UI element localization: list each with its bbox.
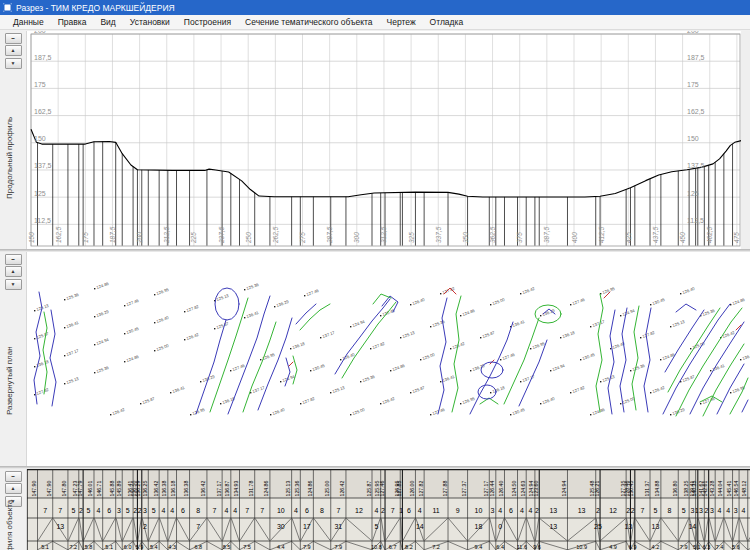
- svg-text:14: 14: [416, 523, 424, 530]
- svg-text:125: 125: [34, 190, 46, 197]
- svg-text:7.9: 7.9: [680, 544, 688, 550]
- svg-text:8: 8: [320, 507, 324, 514]
- svg-text:6.3: 6.3: [703, 544, 711, 550]
- svg-text:212,5: 212,5: [163, 226, 170, 244]
- svg-text:25: 25: [594, 523, 602, 530]
- svg-text:134.88: 134.88: [654, 481, 660, 497]
- svg-text:337,5: 337,5: [435, 226, 442, 243]
- svg-text:6.8: 6.8: [194, 544, 202, 550]
- svg-text:4: 4: [96, 507, 100, 514]
- svg-text:4.9: 4.9: [609, 544, 617, 550]
- svg-text:2: 2: [381, 507, 385, 514]
- svg-text:136.80: 136.80: [672, 481, 678, 497]
- svg-text:8.5: 8.5: [223, 544, 231, 550]
- svg-text:5.1: 5.1: [105, 544, 113, 550]
- grid-table-canvas[interactable]: 147.90147.90147.80147.23147.79146.01146.…: [27, 469, 750, 550]
- menu-item-7[interactable]: Отладка: [423, 16, 471, 28]
- svg-text:136.25: 136.25: [142, 481, 148, 497]
- svg-text:14: 14: [688, 523, 696, 530]
- svg-text:175: 175: [34, 81, 46, 88]
- menubar: ДанныеПравкаВидУстановкиПостроенияСечени…: [0, 15, 750, 30]
- svg-text:137,5: 137,5: [34, 162, 52, 169]
- menu-item-1[interactable]: Правка: [51, 16, 94, 28]
- scroll-up-button[interactable]: ▲: [5, 266, 22, 277]
- menu-item-5[interactable]: Сечение тематического объекта: [238, 16, 379, 28]
- profile-panel-label: Продольный профиль: [5, 117, 14, 199]
- scroll-down-button[interactable]: ▼: [5, 279, 22, 290]
- svg-text:7: 7: [58, 507, 62, 514]
- svg-text:4: 4: [718, 507, 722, 514]
- svg-text:146.01: 146.01: [87, 481, 93, 497]
- svg-text:4: 4: [418, 507, 422, 514]
- svg-text:136.42: 136.42: [200, 481, 206, 497]
- window-title: Разрез - ТИМ КРЕДО МАРКШЕЙДЕРИЯ: [16, 3, 175, 13]
- svg-text:6: 6: [509, 507, 513, 514]
- svg-text:5: 5: [71, 507, 75, 514]
- svg-text:125.87: 125.87: [366, 481, 372, 497]
- plan-area[interactable]: 125.13125.36124.86125.87136.41136.29127.…: [27, 252, 750, 466]
- svg-text:6: 6: [305, 507, 309, 514]
- grid-table-panel: ━▲▼Сетка профиля объекта 147.90147.90147…: [0, 469, 750, 550]
- svg-text:150: 150: [34, 135, 46, 142]
- titlebar[interactable]: Разрез - ТИМ КРЕДО МАРКШЕЙДЕРИЯ: [0, 0, 750, 15]
- svg-text:3: 3: [491, 507, 495, 514]
- svg-text:6.0: 6.0: [124, 544, 132, 550]
- menu-item-0[interactable]: Данные: [6, 16, 51, 28]
- svg-text:7: 7: [391, 507, 395, 514]
- svg-text:7: 7: [260, 507, 264, 514]
- svg-text:126.42: 126.42: [339, 481, 345, 497]
- svg-text:200: 200: [34, 31, 46, 34]
- svg-text:250: 250: [245, 232, 252, 244]
- svg-text:147.80: 147.80: [61, 481, 67, 497]
- svg-text:5.1: 5.1: [693, 544, 701, 550]
- profile-panel-strip: ━▲▼Продольный профиль: [0, 31, 27, 249]
- svg-text:3: 3: [143, 507, 147, 514]
- grid-table-area[interactable]: 147.90147.90147.80147.23147.79146.01146.…: [27, 469, 750, 550]
- svg-text:175: 175: [687, 81, 699, 88]
- svg-text:7: 7: [640, 507, 644, 514]
- svg-text:10: 10: [475, 507, 483, 514]
- plan-canvas[interactable]: 125.13125.36124.86125.87136.41136.29127.…: [27, 252, 750, 466]
- svg-text:145.88: 145.88: [109, 481, 115, 497]
- svg-text:412,5: 412,5: [598, 226, 605, 243]
- scroll-up-button[interactable]: ▲: [5, 483, 22, 494]
- svg-text:125.13: 125.13: [285, 481, 291, 497]
- scroll-down-button[interactable]: ▼: [5, 58, 22, 69]
- svg-text:187,5: 187,5: [687, 54, 705, 61]
- profile-chart-area[interactable]: 112,5112,5125125137,5137,5150150162,5162…: [27, 31, 750, 249]
- svg-text:5: 5: [152, 507, 156, 514]
- svg-text:13: 13: [652, 523, 660, 530]
- svg-text:262,5: 262,5: [272, 226, 279, 244]
- svg-text:2: 2: [138, 507, 142, 514]
- svg-text:137.17: 137.17: [216, 481, 222, 497]
- svg-text:127.85: 127.85: [396, 481, 402, 497]
- svg-text:7: 7: [213, 507, 217, 514]
- svg-text:5.4: 5.4: [150, 544, 158, 550]
- svg-text:3: 3: [734, 507, 738, 514]
- menu-item-6[interactable]: Чертеж: [380, 16, 423, 28]
- collapse-button[interactable]: ━: [5, 33, 22, 44]
- svg-text:13: 13: [578, 507, 586, 514]
- collapse-button[interactable]: ━: [5, 471, 22, 482]
- svg-text:136.87: 136.87: [224, 481, 230, 497]
- profile-chart[interactable]: 112,5112,5125125137,5137,5150150162,5162…: [27, 31, 750, 249]
- svg-text:12: 12: [355, 507, 363, 514]
- svg-text:112,5: 112,5: [687, 217, 704, 224]
- menu-item-2[interactable]: Вид: [93, 16, 122, 28]
- svg-text:4: 4: [162, 507, 166, 514]
- svg-text:5: 5: [682, 507, 686, 514]
- collapse-button[interactable]: ━: [5, 254, 22, 265]
- svg-text:7.9: 7.9: [303, 544, 311, 550]
- menu-item-3[interactable]: Установки: [123, 16, 177, 28]
- svg-text:2: 2: [535, 507, 539, 514]
- svg-text:142.61: 142.61: [702, 481, 708, 497]
- menu-item-4[interactable]: Построения: [177, 16, 238, 28]
- svg-text:136.18: 136.18: [170, 481, 176, 497]
- svg-text:3: 3: [699, 507, 703, 514]
- plan-panel: ━▲▼Развернутый план 125.13125.36124.8612…: [0, 252, 750, 466]
- svg-text:225: 225: [190, 232, 197, 244]
- svg-text:6: 6: [407, 507, 411, 514]
- svg-text:375: 375: [516, 232, 523, 243]
- scroll-up-button[interactable]: ▲: [5, 45, 22, 56]
- svg-text:9: 9: [456, 507, 460, 514]
